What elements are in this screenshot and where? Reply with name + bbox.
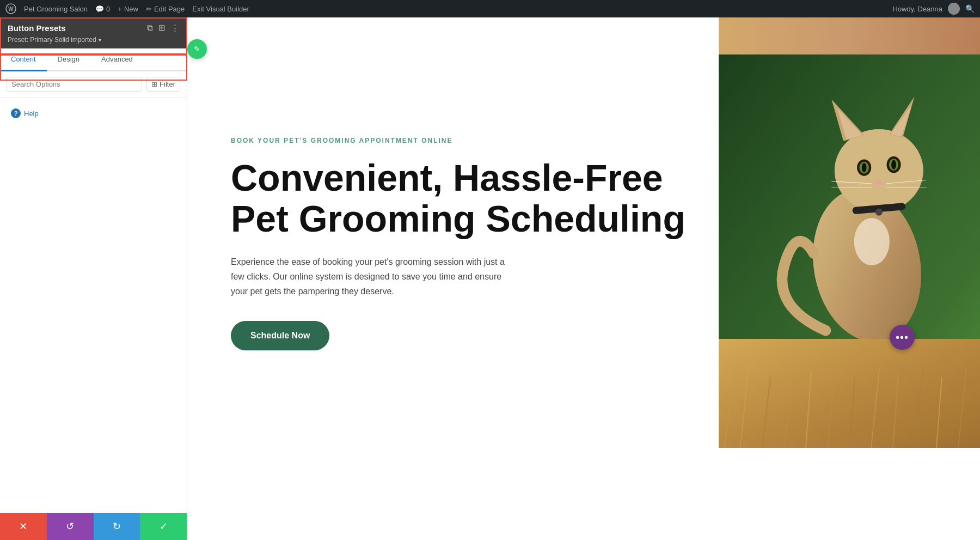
panel-header: Button Presets ⧉ ⊞ ⋮ Preset: Primary Sol… xyxy=(0,17,187,48)
admin-bar: W Pet Grooming Salon 💬 0 + New ✏ Edit Pa… xyxy=(0,0,980,17)
tab-advanced[interactable]: Advanced xyxy=(90,48,144,71)
panel-title-row: Button Presets ⧉ ⊞ ⋮ xyxy=(8,23,179,33)
preset-arrow-icon: ▾ xyxy=(99,37,101,43)
help-link[interactable]: Help xyxy=(24,110,39,118)
hero-description: Experience the ease of booking your pet'… xyxy=(231,254,514,299)
more-dots-icon: ••• xyxy=(896,331,909,344)
help-area: ? Help xyxy=(0,98,187,129)
schedule-now-button[interactable]: Schedule Now xyxy=(231,321,329,350)
svg-point-17 xyxy=(862,163,867,172)
grid-icon-button[interactable]: ⊞ xyxy=(158,23,166,33)
floating-edit-button[interactable]: ✎ xyxy=(187,39,207,59)
hero-left: BOOK YOUR PET'S GROOMING APPOINTMENT ONL… xyxy=(187,17,719,448)
tab-design[interactable]: Design xyxy=(47,48,90,71)
panel-bottom-bar: ✕ ↺ ↻ ✓ xyxy=(0,513,187,540)
svg-point-25 xyxy=(875,209,883,216)
undo-button[interactable]: ↺ xyxy=(47,513,94,540)
wp-logo-button[interactable]: W xyxy=(5,3,16,14)
save-button[interactable]: ✓ xyxy=(140,513,187,540)
edit-icon: ✎ xyxy=(194,45,200,53)
preset-row: Preset: Primary Solid imported ▾ xyxy=(8,36,179,44)
tab-content[interactable]: Content xyxy=(0,48,47,71)
hero-top-image-strip xyxy=(719,17,980,56)
svg-text:W: W xyxy=(8,6,14,12)
howdy-text: Howdy, Deanna xyxy=(892,5,942,13)
copy-icon-button[interactable]: ⧉ xyxy=(147,23,153,33)
site-name-link[interactable]: Pet Grooming Salon xyxy=(24,5,88,13)
left-panel: Button Presets ⧉ ⊞ ⋮ Preset: Primary Sol… xyxy=(0,17,187,540)
exit-builder-link[interactable]: Exit Visual Builder xyxy=(192,5,249,13)
admin-bar-right: Howdy, Deanna 🔍 xyxy=(892,3,975,15)
preset-text: Preset: Primary Solid imported xyxy=(8,36,96,44)
main-layout: Button Presets ⧉ ⊞ ⋮ Preset: Primary Sol… xyxy=(0,17,980,540)
svg-point-19 xyxy=(876,180,882,185)
svg-point-8 xyxy=(835,129,923,212)
hero-title: Convenient, Hassle-Free Pet Grooming Sch… xyxy=(231,157,686,239)
filter-icon: ⊞ xyxy=(151,80,157,88)
edit-page-link[interactable]: ✏ Edit Page xyxy=(146,5,185,13)
search-filter-row: ⊞ Filter xyxy=(0,71,187,98)
panel-title: Button Presets xyxy=(8,23,66,33)
cancel-button[interactable]: ✕ xyxy=(0,513,47,540)
hero-cat-image xyxy=(719,54,980,381)
search-options-input[interactable] xyxy=(7,77,142,92)
comments-link[interactable]: 💬 0 xyxy=(95,5,110,13)
content-area: BOOK YOUR PET'S GROOMING APPOINTMENT ONL… xyxy=(187,17,980,540)
svg-point-26 xyxy=(854,218,890,265)
svg-point-18 xyxy=(891,160,896,169)
hero-right: ••• xyxy=(719,17,980,448)
more-options-icon-button[interactable]: ⋮ xyxy=(171,23,179,33)
search-icon[interactable]: 🔍 xyxy=(965,4,975,13)
redo-button[interactable]: ↻ xyxy=(94,513,140,540)
hero-eyebrow: BOOK YOUR PET'S GROOMING APPOINTMENT ONL… xyxy=(231,137,686,144)
admin-bar-left: W Pet Grooming Salon 💬 0 + New ✏ Edit Pa… xyxy=(5,3,885,14)
avatar xyxy=(948,3,960,15)
filter-button[interactable]: ⊞ Filter xyxy=(146,77,180,92)
edit-floating-icon: ✎ xyxy=(187,39,207,59)
more-options-button[interactable]: ••• xyxy=(890,325,915,350)
panel-icons: ⧉ ⊞ ⋮ xyxy=(147,23,179,33)
hero-section: BOOK YOUR PET'S GROOMING APPOINTMENT ONL… xyxy=(187,17,980,448)
hero-bottom-image-strip xyxy=(719,339,980,448)
panel-tabs: Content Design Advanced xyxy=(0,48,187,71)
help-icon: ? xyxy=(11,108,21,118)
new-content-link[interactable]: + New xyxy=(118,5,138,13)
